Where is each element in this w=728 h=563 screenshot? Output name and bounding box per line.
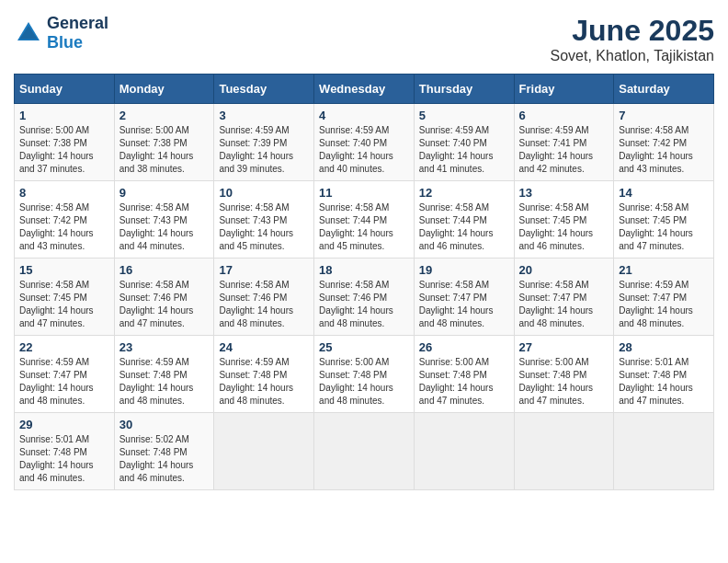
calendar-cell: 5 Sunrise: 4:59 AM Sunset: 7:40 PM Dayli… xyxy=(414,104,514,181)
day-content: Sunrise: 4:58 AM Sunset: 7:46 PM Dayligh… xyxy=(319,279,409,330)
calendar-cell: 13 Sunrise: 4:58 AM Sunset: 7:45 PM Dayl… xyxy=(514,181,614,259)
col-tuesday: Tuesday xyxy=(214,75,314,104)
logo-text: General Blue xyxy=(47,14,108,52)
day-content: Sunrise: 5:00 AM Sunset: 7:48 PM Dayligh… xyxy=(419,356,509,408)
day-content: Sunrise: 4:59 AM Sunset: 7:40 PM Dayligh… xyxy=(319,124,409,176)
day-number: 11 xyxy=(319,186,409,200)
day-content: Sunrise: 5:00 AM Sunset: 7:48 PM Dayligh… xyxy=(319,356,409,408)
logo-general: General xyxy=(47,14,108,32)
calendar-cell: 25 Sunrise: 5:00 AM Sunset: 7:48 PM Dayl… xyxy=(314,336,415,413)
day-number: 17 xyxy=(219,263,309,277)
day-content: Sunrise: 4:58 AM Sunset: 7:42 PM Dayligh… xyxy=(19,201,109,253)
col-saturday: Saturday xyxy=(614,75,714,104)
calendar-cell xyxy=(514,413,614,490)
calendar-cell: 17 Sunrise: 4:58 AM Sunset: 7:46 PM Dayl… xyxy=(214,259,314,336)
calendar-cell: 22 Sunrise: 4:59 AM Sunset: 7:47 PM Dayl… xyxy=(15,336,115,413)
calendar-cell: 12 Sunrise: 4:58 AM Sunset: 7:44 PM Dayl… xyxy=(414,181,514,259)
day-content: Sunrise: 4:58 AM Sunset: 7:43 PM Dayligh… xyxy=(119,201,210,253)
calendar-cell: 18 Sunrise: 4:58 AM Sunset: 7:46 PM Dayl… xyxy=(314,259,415,336)
calendar-cell: 20 Sunrise: 4:58 AM Sunset: 7:47 PM Dayl… xyxy=(514,259,614,336)
calendar-cell: 15 Sunrise: 4:58 AM Sunset: 7:45 PM Dayl… xyxy=(15,259,115,336)
day-number: 25 xyxy=(319,340,409,354)
calendar-week-2: 8 Sunrise: 4:58 AM Sunset: 7:42 PM Dayli… xyxy=(15,181,714,259)
day-content: Sunrise: 4:58 AM Sunset: 7:46 PM Dayligh… xyxy=(219,279,309,330)
day-number: 13 xyxy=(519,186,609,200)
day-content: Sunrise: 4:58 AM Sunset: 7:47 PM Dayligh… xyxy=(519,279,609,330)
day-content: Sunrise: 4:59 AM Sunset: 7:47 PM Dayligh… xyxy=(619,279,709,330)
day-content: Sunrise: 4:58 AM Sunset: 7:45 PM Dayligh… xyxy=(19,279,109,330)
day-content: Sunrise: 5:00 AM Sunset: 7:48 PM Dayligh… xyxy=(519,356,609,408)
day-number: 18 xyxy=(319,263,409,277)
calendar-cell xyxy=(214,413,314,490)
day-number: 16 xyxy=(119,263,210,277)
day-number: 4 xyxy=(319,109,409,122)
day-number: 8 xyxy=(19,186,109,200)
calendar-week-5: 29 Sunrise: 5:01 AM Sunset: 7:48 PM Dayl… xyxy=(15,413,714,490)
calendar-cell: 28 Sunrise: 5:01 AM Sunset: 7:48 PM Dayl… xyxy=(614,336,714,413)
calendar-cell: 1 Sunrise: 5:00 AM Sunset: 7:38 PM Dayli… xyxy=(15,104,115,181)
day-content: Sunrise: 4:58 AM Sunset: 7:43 PM Dayligh… xyxy=(219,201,309,253)
day-number: 3 xyxy=(219,109,309,122)
calendar-title: June 2025 xyxy=(551,14,714,48)
calendar-subtitle: Sovet, Khatlon, Tajikistan xyxy=(551,48,714,64)
day-number: 9 xyxy=(119,186,210,200)
col-friday: Friday xyxy=(514,75,614,104)
calendar-cell: 3 Sunrise: 4:59 AM Sunset: 7:39 PM Dayli… xyxy=(214,104,314,181)
day-number: 23 xyxy=(119,340,210,354)
calendar-cell xyxy=(614,413,714,490)
day-content: Sunrise: 4:58 AM Sunset: 7:44 PM Dayligh… xyxy=(419,201,509,253)
day-content: Sunrise: 4:58 AM Sunset: 7:47 PM Dayligh… xyxy=(419,279,509,330)
calendar-week-1: 1 Sunrise: 5:00 AM Sunset: 7:38 PM Dayli… xyxy=(15,104,714,181)
day-content: Sunrise: 5:00 AM Sunset: 7:38 PM Dayligh… xyxy=(119,124,210,176)
day-number: 21 xyxy=(619,263,709,277)
day-content: Sunrise: 5:00 AM Sunset: 7:38 PM Dayligh… xyxy=(19,124,109,176)
day-number: 30 xyxy=(119,418,210,431)
day-content: Sunrise: 5:01 AM Sunset: 7:48 PM Dayligh… xyxy=(619,356,709,408)
day-number: 19 xyxy=(419,263,509,277)
calendar-cell xyxy=(414,413,514,490)
day-number: 14 xyxy=(619,186,709,200)
day-number: 28 xyxy=(619,340,709,354)
calendar-table: Sunday Monday Tuesday Wednesday Thursday… xyxy=(14,74,714,490)
calendar-body: 1 Sunrise: 5:00 AM Sunset: 7:38 PM Dayli… xyxy=(15,104,714,490)
day-content: Sunrise: 4:59 AM Sunset: 7:48 PM Dayligh… xyxy=(219,356,309,408)
calendar-cell: 26 Sunrise: 5:00 AM Sunset: 7:48 PM Dayl… xyxy=(414,336,514,413)
day-number: 2 xyxy=(119,109,210,122)
day-content: Sunrise: 4:59 AM Sunset: 7:41 PM Dayligh… xyxy=(519,124,609,176)
calendar-week-3: 15 Sunrise: 4:58 AM Sunset: 7:45 PM Dayl… xyxy=(15,259,714,336)
col-thursday: Thursday xyxy=(414,75,514,104)
day-number: 10 xyxy=(219,186,309,200)
calendar-cell: 21 Sunrise: 4:59 AM Sunset: 7:47 PM Dayl… xyxy=(614,259,714,336)
page-header: General Blue June 2025 Sovet, Khatlon, T… xyxy=(14,14,714,64)
day-number: 24 xyxy=(219,340,309,354)
day-number: 20 xyxy=(519,263,609,277)
day-number: 29 xyxy=(19,418,109,431)
calendar-cell: 19 Sunrise: 4:58 AM Sunset: 7:47 PM Dayl… xyxy=(414,259,514,336)
calendar-cell: 16 Sunrise: 4:58 AM Sunset: 7:46 PM Dayl… xyxy=(114,259,214,336)
day-content: Sunrise: 4:59 AM Sunset: 7:40 PM Dayligh… xyxy=(419,124,509,176)
day-number: 6 xyxy=(519,109,609,122)
calendar-cell: 30 Sunrise: 5:02 AM Sunset: 7:48 PM Dayl… xyxy=(114,413,214,490)
day-content: Sunrise: 4:58 AM Sunset: 7:44 PM Dayligh… xyxy=(319,201,409,253)
day-number: 22 xyxy=(19,340,109,354)
calendar-week-4: 22 Sunrise: 4:59 AM Sunset: 7:47 PM Dayl… xyxy=(15,336,714,413)
day-number: 5 xyxy=(419,109,509,122)
day-content: Sunrise: 5:01 AM Sunset: 7:48 PM Dayligh… xyxy=(19,433,109,485)
calendar-cell: 14 Sunrise: 4:58 AM Sunset: 7:45 PM Dayl… xyxy=(614,181,714,259)
calendar-cell: 29 Sunrise: 5:01 AM Sunset: 7:48 PM Dayl… xyxy=(15,413,115,490)
calendar-cell: 2 Sunrise: 5:00 AM Sunset: 7:38 PM Dayli… xyxy=(114,104,214,181)
day-number: 26 xyxy=(419,340,509,354)
logo-blue: Blue xyxy=(47,33,83,52)
col-sunday: Sunday xyxy=(15,75,115,104)
logo-icon xyxy=(14,18,43,48)
day-content: Sunrise: 4:59 AM Sunset: 7:48 PM Dayligh… xyxy=(119,356,210,408)
day-content: Sunrise: 4:58 AM Sunset: 7:46 PM Dayligh… xyxy=(119,279,210,330)
day-content: Sunrise: 4:59 AM Sunset: 7:39 PM Dayligh… xyxy=(219,124,309,176)
day-content: Sunrise: 4:58 AM Sunset: 7:45 PM Dayligh… xyxy=(519,201,609,253)
day-number: 1 xyxy=(19,109,109,122)
calendar-cell xyxy=(314,413,415,490)
calendar-cell: 11 Sunrise: 4:58 AM Sunset: 7:44 PM Dayl… xyxy=(314,181,415,259)
calendar-cell: 9 Sunrise: 4:58 AM Sunset: 7:43 PM Dayli… xyxy=(114,181,214,259)
day-number: 15 xyxy=(19,263,109,277)
calendar-cell: 27 Sunrise: 5:00 AM Sunset: 7:48 PM Dayl… xyxy=(514,336,614,413)
